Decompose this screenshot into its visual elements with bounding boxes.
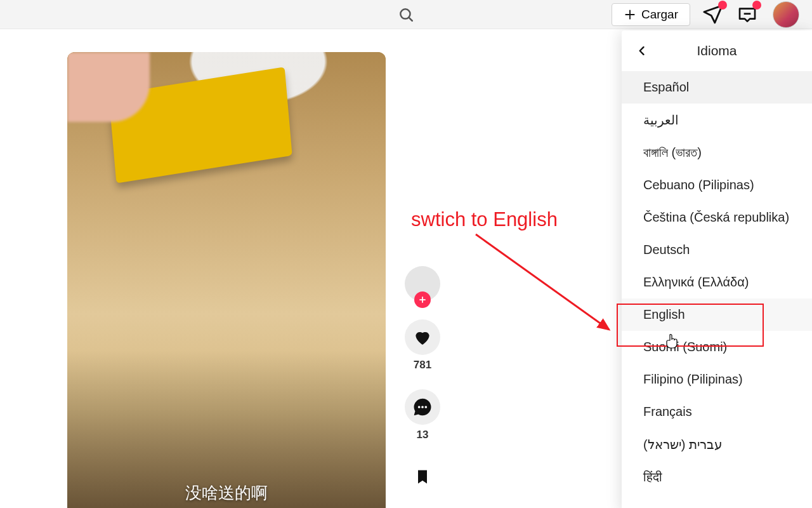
notification-badge — [752, 1, 761, 10]
language-item-hebrew[interactable]: עברית (ישראל) — [622, 428, 812, 461]
bookmark-icon — [414, 468, 431, 486]
language-item-hindi[interactable]: हिंदी — [622, 461, 812, 493]
language-item-espanol[interactable]: Español — [622, 71, 812, 104]
annotation-arrow-icon — [469, 228, 622, 342]
like-button[interactable] — [405, 319, 440, 355]
svg-line-11 — [476, 234, 609, 330]
search-icon[interactable] — [392, 1, 420, 29]
top-header: Cargar — [0, 0, 812, 29]
follow-button[interactable] — [414, 291, 431, 308]
language-item-greek[interactable]: Ελληνικά (Ελλάδα) — [622, 266, 812, 298]
profile-avatar[interactable] — [773, 1, 799, 28]
video-caption: 没啥送的啊 — [67, 482, 386, 504]
annotation-text: swtich to English — [411, 208, 558, 231]
comment-icon — [412, 397, 433, 417]
upload-button[interactable]: Cargar — [612, 3, 690, 26]
main-content: 没啥送的啊 781 — [0, 29, 812, 508]
notification-badge — [718, 1, 727, 10]
author-avatar[interactable] — [405, 266, 440, 302]
language-item-english[interactable]: English — [622, 298, 812, 331]
svg-point-7 — [418, 406, 421, 408]
comment-button[interactable] — [405, 389, 440, 425]
inbox-icon[interactable] — [736, 3, 759, 26]
language-item-czech[interactable]: Čeština (Česká republika) — [622, 201, 812, 234]
video-player[interactable]: 没啥送的啊 — [67, 52, 386, 508]
comment-count: 13 — [417, 429, 429, 441]
dropdown-header: Idioma — [622, 30, 812, 71]
bookmark-button[interactable] — [405, 459, 440, 495]
language-item-bengali[interactable]: বাঙ্গালি (ভারত) — [622, 137, 812, 169]
bookmark-action — [405, 459, 440, 495]
language-item-cebuano[interactable]: Cebuano (Pilipinas) — [622, 169, 812, 201]
plus-icon — [624, 8, 636, 21]
like-action: 781 — [405, 319, 440, 371]
dropdown-title: Idioma — [622, 43, 812, 58]
video-actions: 781 13 — [403, 266, 442, 495]
heart-icon — [412, 327, 433, 347]
language-item-filipino[interactable]: Filipino (Pilipinas) — [622, 363, 812, 396]
language-item-arabic[interactable]: العربية — [622, 104, 812, 137]
header-right: Cargar — [612, 1, 799, 28]
plus-icon — [418, 295, 427, 304]
upload-label: Cargar — [641, 8, 678, 22]
like-count: 781 — [414, 359, 431, 371]
language-dropdown: Idioma Español العربية বাঙ্গালি (ভারত) C… — [622, 30, 812, 508]
svg-point-9 — [424, 406, 427, 408]
svg-line-1 — [409, 17, 412, 20]
comment-action: 13 — [405, 389, 440, 441]
language-list: Español العربية বাঙ্গালি (ভারত) Cebuano … — [622, 71, 812, 493]
language-item-francais[interactable]: Français — [622, 396, 812, 428]
language-item-suomi[interactable]: Suomi (Suomi) — [622, 331, 812, 363]
messages-icon[interactable] — [702, 3, 724, 26]
svg-point-8 — [421, 406, 424, 408]
language-item-deutsch[interactable]: Deutsch — [622, 234, 812, 266]
